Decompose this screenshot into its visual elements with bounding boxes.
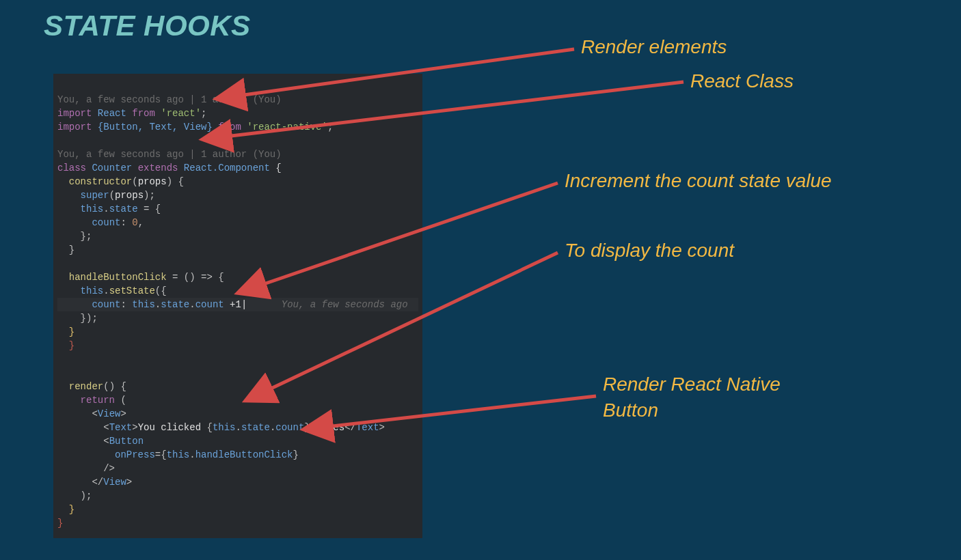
prop-count-1: count (92, 217, 120, 228)
arg-props: props (115, 190, 144, 201)
param-props: props (138, 176, 167, 187)
prop-state: state (109, 204, 138, 214)
text-times: times (310, 422, 344, 433)
kw-extends: extends (138, 163, 178, 173)
fn-render: render (69, 381, 103, 392)
kw-class: class (57, 163, 86, 173)
kw-import-1: import (57, 108, 92, 119)
fn-constructor: constructor (69, 176, 132, 187)
prop-count-4: count (275, 422, 304, 433)
text-you-clicked: You clicked (138, 422, 207, 433)
plus-one: +1 (224, 299, 241, 310)
str-react-native: 'react-native' (247, 122, 327, 132)
id-rn-imports: {Button, Text, View} (98, 122, 213, 132)
tag-button: Button (109, 436, 144, 447)
kw-from-1: from (132, 108, 155, 119)
this-1: this (81, 204, 104, 214)
prop-state-2: state (161, 299, 189, 310)
text-cursor: | (241, 299, 247, 310)
annotation-render-button-l1: Render React Native (603, 373, 781, 396)
annotation-react-class: React Class (690, 70, 794, 93)
slide-title: STATE HOOKS (44, 10, 251, 42)
str-react: 'react' (161, 108, 201, 119)
blame-line-1: You, a few seconds ago | 1 author (You) (57, 94, 282, 105)
blame-line-2: You, a few seconds ago | 1 author (You) (57, 149, 282, 160)
react-component: React.Component (184, 163, 270, 173)
prop-count-3: count (195, 299, 224, 310)
call-super: super (81, 190, 109, 201)
attr-onpress: onPress (115, 449, 155, 460)
prop-count-2: count (92, 299, 120, 310)
this-5: this (167, 449, 190, 460)
kw-import-2: import (57, 122, 92, 132)
annotation-render-button-l2: Button (603, 399, 658, 422)
num-zero: 0 (132, 217, 137, 228)
this-2: this (81, 285, 104, 296)
semi-2: ; (327, 122, 333, 132)
tag-text-open: Text (109, 422, 133, 433)
tag-text-close: Text (356, 422, 379, 433)
tag-view-close: View (103, 477, 126, 488)
call-setstate: setState (109, 285, 155, 296)
prop-state-3: state (241, 422, 270, 433)
kw-from-2: from (218, 122, 241, 132)
kw-return: return (81, 395, 115, 406)
annotation-render-elements: Render elements (581, 36, 727, 59)
fn-handle: handleButtonClick (69, 272, 167, 283)
this-3: this (132, 299, 155, 310)
this-4: this (213, 422, 236, 433)
annotation-display-count: To display the count (565, 239, 734, 262)
code-editor: You, a few seconds ago | 1 author (You) … (53, 74, 422, 538)
class-name: Counter (92, 163, 132, 173)
ref-handle: handleButtonClick (195, 449, 293, 460)
semi-1: ; (201, 108, 206, 119)
annotation-increment: Increment the count state value (565, 169, 832, 193)
id-react: React (98, 108, 126, 119)
tag-view-open: View (98, 408, 121, 419)
blame-inline: You, a few seconds ago (282, 299, 408, 310)
